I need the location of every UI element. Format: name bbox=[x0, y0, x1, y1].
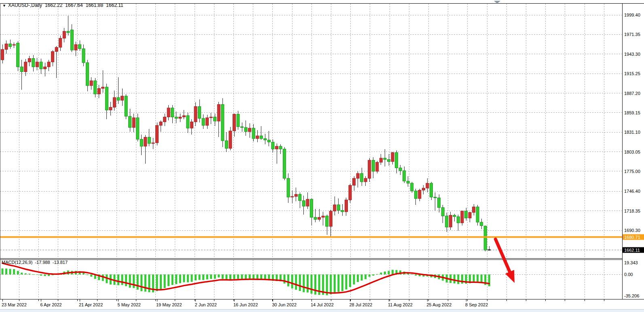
macd-histogram-bar bbox=[415, 274, 417, 276]
macd-histogram-bar bbox=[245, 274, 247, 279]
date-axis[interactable]: 23 Mar 20226 Apr 202221 Apr 20225 May 20… bbox=[2, 299, 604, 307]
macd-histogram-bar bbox=[241, 274, 243, 279]
price-tick-label: 1915.25 bbox=[624, 71, 640, 76]
macd-histogram-bar bbox=[40, 274, 42, 276]
macd-histogram-bar bbox=[311, 274, 313, 294]
macd-histogram-bar bbox=[202, 274, 204, 280]
price-axis[interactable]: 1999.401971.351943.301915.251887.201859.… bbox=[624, 13, 640, 233]
candle bbox=[140, 139, 143, 146]
macd-histogram-bar bbox=[179, 274, 181, 283]
macd-histogram-bar bbox=[9, 269, 11, 274]
macd-tick-label: 0.00 bbox=[624, 272, 633, 277]
candle bbox=[194, 107, 197, 122]
macd-histogram-bar bbox=[411, 274, 413, 274]
macd-axis[interactable]: 19.3430.00-35.206 bbox=[624, 260, 639, 298]
macd-histogram-bar bbox=[488, 274, 490, 286]
candle bbox=[152, 143, 155, 143]
candle bbox=[326, 216, 328, 226]
candle bbox=[484, 226, 487, 250]
date-tick-label: 19 May 2022 bbox=[156, 302, 182, 307]
candle bbox=[105, 87, 108, 110]
macd-histogram-bar bbox=[284, 274, 286, 283]
macd-histogram-bar bbox=[345, 274, 347, 289]
candle bbox=[109, 107, 112, 110]
macd-histogram-bar bbox=[172, 274, 174, 285]
candle bbox=[360, 173, 363, 182]
candle bbox=[356, 173, 359, 178]
macd-histogram-bar bbox=[144, 274, 146, 292]
macd-histogram-bar bbox=[249, 274, 251, 279]
low-value: 1661.88 bbox=[86, 2, 103, 8]
window-bottom-strip bbox=[0, 309, 644, 312]
candle bbox=[20, 67, 23, 72]
candle bbox=[341, 211, 344, 212]
chart-window: ▼XAUUSD-,Daily1662.221667.641661.881662.… bbox=[0, 0, 644, 312]
candle bbox=[13, 44, 15, 45]
candle bbox=[407, 181, 409, 183]
price-tick-label: 1690.30 bbox=[624, 228, 640, 233]
macd-histogram-bar bbox=[121, 274, 123, 285]
macd-histogram-bar bbox=[199, 274, 201, 280]
candle bbox=[248, 128, 251, 132]
macd-tick-label: 19.343 bbox=[624, 260, 638, 265]
candle bbox=[206, 118, 209, 125]
price-tick-label: 1775.00 bbox=[624, 169, 640, 174]
candle bbox=[210, 117, 212, 118]
macd-main-value: -17.988 bbox=[35, 260, 50, 265]
down-arrow-annotation[interactable] bbox=[496, 239, 515, 283]
candle bbox=[472, 207, 475, 213]
macd-histogram-bar bbox=[218, 274, 220, 277]
candle bbox=[403, 171, 406, 181]
macd-histogram-bar bbox=[90, 274, 92, 277]
candle bbox=[1, 49, 4, 60]
chart-shift-marker-icon[interactable] bbox=[494, 1, 500, 4]
macd-histogram-bar bbox=[195, 274, 197, 280]
candle bbox=[113, 97, 116, 107]
date-tick-label: 21 Apr 2022 bbox=[79, 302, 103, 307]
macd-histogram-bar bbox=[291, 274, 293, 289]
candle bbox=[94, 81, 97, 94]
macd-histogram-bar bbox=[388, 271, 390, 274]
candle bbox=[171, 108, 174, 117]
price-tick-label: 1859.15 bbox=[624, 110, 640, 115]
macd-histogram-bar bbox=[237, 274, 239, 279]
candle bbox=[414, 191, 417, 198]
candle bbox=[430, 183, 433, 197]
candle bbox=[453, 215, 456, 217]
price-tick-label: 1746.40 bbox=[624, 189, 640, 194]
candle bbox=[102, 87, 104, 88]
macd-histogram-bar bbox=[167, 274, 169, 286]
macd-histogram-bar bbox=[156, 274, 158, 291]
candle bbox=[418, 190, 421, 199]
macd-histogram-bar bbox=[457, 274, 459, 284]
candle bbox=[291, 196, 294, 197]
date-tick-label: 23 Mar 2022 bbox=[2, 302, 27, 307]
candle bbox=[345, 200, 347, 212]
candle bbox=[9, 44, 12, 46]
candle bbox=[434, 197, 436, 198]
candle bbox=[264, 139, 267, 140]
candle bbox=[144, 137, 147, 146]
chart-canvas[interactable]: 1999.401971.351943.301915.251887.201859.… bbox=[0, 0, 644, 312]
macd-panel bbox=[0, 263, 622, 295]
macd-histogram-bar bbox=[13, 269, 15, 274]
ohlc-dropdown-icon[interactable]: ▼ bbox=[2, 4, 6, 8]
macd-histogram-bar bbox=[307, 274, 309, 293]
hline-price-tag: 1680.71 bbox=[623, 234, 644, 240]
candle bbox=[271, 142, 274, 149]
macd-histogram-bar bbox=[295, 274, 297, 290]
macd-histogram-bar bbox=[129, 274, 131, 288]
candle bbox=[186, 116, 189, 128]
close-value: 1662.11 bbox=[106, 2, 123, 8]
macd-histogram-bar bbox=[384, 272, 386, 274]
macd-histogram-bar bbox=[222, 274, 224, 279]
candle bbox=[125, 96, 127, 116]
candle bbox=[129, 116, 131, 128]
macd-histogram-bar bbox=[369, 274, 371, 277]
price-tick-label: 1803.05 bbox=[624, 150, 640, 154]
macd-histogram-bar bbox=[473, 274, 475, 282]
macd-signal-value: -13.817 bbox=[53, 260, 68, 265]
candle bbox=[294, 194, 297, 196]
candle bbox=[214, 117, 216, 121]
macd-histogram-bar bbox=[341, 274, 343, 291]
